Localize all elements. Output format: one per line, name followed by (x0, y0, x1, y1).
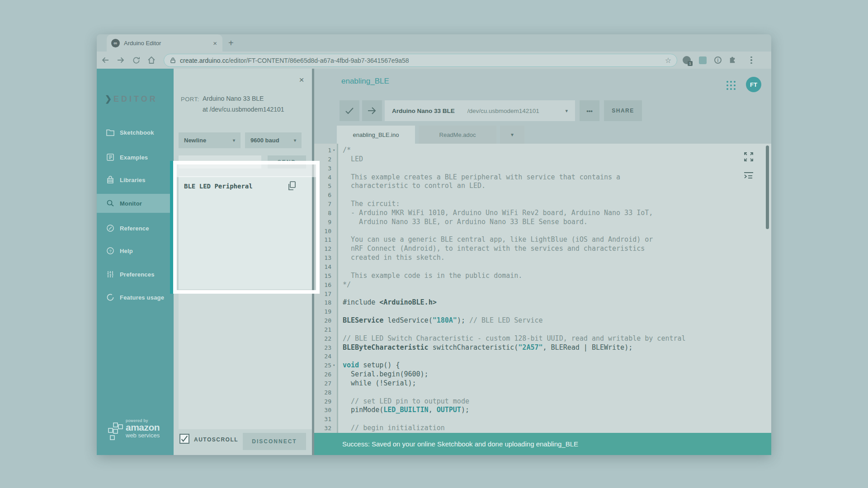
tab-enabling-ble-ino[interactable]: enabling_BLE.ino (337, 126, 415, 144)
port-board: Arduino Nano 33 BLE (203, 95, 264, 102)
code-line-10: 10 (314, 227, 771, 236)
code-text: pinMode(LED_BUILTIN, OUTPUT); (343, 406, 469, 415)
line-number: 18 (314, 298, 331, 307)
sidebar-item-preferences[interactable]: Preferences (97, 265, 174, 284)
code-text: /* (343, 146, 351, 155)
panel-close-icon[interactable]: × (296, 74, 307, 86)
code-line-14: 14 (314, 263, 771, 272)
code-line-28: 28 (314, 388, 771, 397)
line-number: 23 (314, 343, 331, 352)
code-line-32: 32 // begin initialization (314, 424, 771, 433)
tab-readme-adoc[interactable]: ReadMe.adoc (419, 126, 496, 144)
extensions-puzzle-icon[interactable] (727, 55, 737, 65)
extension-info-icon[interactable]: i (713, 55, 723, 65)
sidebar-item-libraries[interactable]: Libraries (97, 170, 174, 189)
code-line-25: 25▾void setup() { (314, 361, 771, 370)
sidebar-item-examples[interactable]: Examples (97, 148, 174, 167)
bookmark-star-icon[interactable]: ☆ (665, 56, 671, 65)
aws-amazon: amazon (126, 423, 160, 432)
chevron-down-icon: ▾ (565, 108, 568, 114)
extension-box-icon[interactable] (698, 55, 708, 65)
line-number: 8 (314, 209, 331, 218)
code-line-21: 21 (314, 325, 771, 334)
code-text: */ (343, 281, 351, 290)
user-avatar[interactable]: FT (746, 77, 761, 92)
serial-output-highlight (179, 176, 312, 289)
reference-icon (106, 224, 115, 233)
code-text: #include <ArduinoBLE.h> (343, 298, 437, 307)
line-number: 7 (314, 200, 331, 209)
code-line-23: 23BLEByteCharacteristic switchCharacteri… (314, 343, 771, 352)
line-number: 25 (314, 361, 331, 370)
serial-message-input[interactable] (179, 155, 261, 169)
sidebar-item-label: Features usage (120, 294, 164, 301)
reload-icon[interactable] (131, 55, 141, 65)
verify-button[interactable] (340, 100, 359, 121)
sidebar-item-help[interactable]: ?Help (97, 241, 174, 260)
fullscreen-icon[interactable] (743, 151, 755, 163)
sidebar-item-reference[interactable]: Reference (97, 219, 174, 238)
port-path: at /dev/cu.usbmodem142101 (203, 106, 284, 113)
copy-icon[interactable] (287, 180, 297, 191)
code-lines: 1▾/*2 LED34 This example creates a BLE p… (314, 144, 771, 433)
url-text: create.arduino.cc/editor/FT-CONTENT/86e6… (180, 57, 409, 64)
code-line-30: 30 pinMode(LED_BUILTIN, OUTPUT); (314, 406, 771, 415)
sidebar-item-features-usage[interactable]: Features usage (97, 288, 174, 307)
editor-logo: ❯EDITOR (105, 94, 158, 104)
code-text: while (!Serial); (343, 379, 416, 388)
sidebar-item-monitor[interactable]: Monitor (97, 194, 174, 213)
code-line-26: 26 Serial.begin(9600); (314, 370, 771, 379)
sidebar-item-label: Sketchbook (120, 129, 154, 136)
more-options-button[interactable]: ••• (580, 100, 599, 121)
sidebar-item-label: Examples (120, 154, 148, 161)
code-line-22: 22// BLE LED Switch Characteristic - cus… (314, 334, 771, 343)
line-ending-select[interactable]: Newline▾ (179, 132, 241, 148)
line-number: 22 (314, 334, 331, 343)
svg-text:?: ? (109, 249, 111, 253)
forward-icon[interactable] (116, 55, 126, 65)
port-label: PORT: (181, 96, 199, 103)
code-line-16: 16*/ (314, 281, 771, 290)
extension-grammar-icon[interactable]: 1 (682, 55, 692, 65)
lock-icon (170, 57, 176, 64)
folder-icon (106, 128, 115, 137)
fold-caret-icon[interactable]: ▾ (333, 146, 335, 155)
code-line-7: 7 The circuit: (314, 200, 771, 209)
chevron-down-icon: ▾ (233, 138, 235, 143)
browser-tab[interactable]: ∞ Arduino Editor × (107, 34, 222, 52)
line-number: 32 (314, 424, 331, 433)
baud-rate-select[interactable]: 9600 baud▾ (245, 132, 302, 148)
library-icon (106, 175, 115, 184)
home-icon[interactable] (146, 55, 156, 65)
line-number: 24 (314, 352, 331, 361)
url-bar[interactable]: create.arduino.cc/editor/FT-CONTENT/86e6… (164, 54, 677, 67)
back-icon[interactable] (100, 55, 110, 65)
autoscroll-checkbox[interactable] (179, 434, 189, 444)
browser-menu-icon[interactable] (748, 54, 755, 66)
disconnect-button[interactable]: DISCONNECT (243, 433, 306, 450)
line-number: 15 (314, 272, 331, 281)
console-icon[interactable] (743, 170, 755, 182)
send-button[interactable]: SEND (268, 155, 306, 169)
apps-grid-icon[interactable] (725, 80, 737, 91)
sidebar-item-sketchbook[interactable]: Sketchbook (97, 123, 174, 142)
editor-scrollbar[interactable] (766, 145, 769, 229)
share-button[interactable]: SHARE (604, 100, 642, 121)
line-number: 3 (314, 164, 331, 173)
circle-icon (106, 293, 115, 302)
code-text: // BLE LED Switch Characteristic - custo… (343, 334, 686, 343)
code-line-20: 20BLEService ledService("180A"); // BLE … (314, 316, 771, 325)
sidebar-item-label: Monitor (120, 200, 142, 207)
tab-list-dropdown[interactable]: ▾ (500, 126, 524, 144)
chevron-icon: ❯ (105, 94, 112, 103)
tab-close-icon[interactable]: × (212, 39, 218, 47)
sliders-icon (106, 270, 115, 279)
board-port: /dev/cu.usbmodem142101 (467, 108, 539, 114)
sidebar-item-label: Preferences (120, 271, 155, 278)
new-tab-button[interactable]: + (228, 38, 234, 48)
fold-caret-icon[interactable]: ▾ (333, 361, 335, 370)
board-selector[interactable]: Arduino Nano 33 BLE /dev/cu.usbmodem1421… (385, 100, 575, 121)
upload-button[interactable] (362, 100, 382, 121)
code-line-17: 17 (314, 290, 771, 299)
code-line-19: 19 (314, 307, 771, 316)
